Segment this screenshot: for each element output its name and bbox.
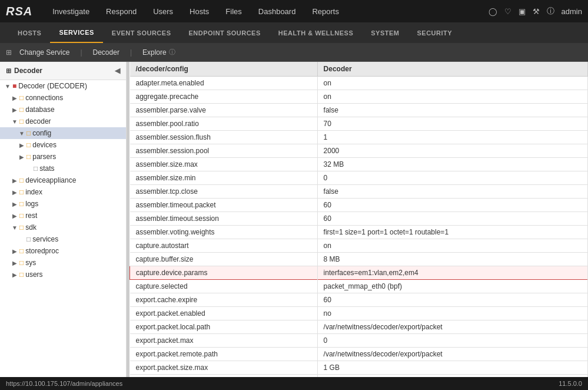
change-service-button[interactable]: Change Service: [15, 47, 74, 58]
table-row[interactable]: capture.autostarton: [130, 239, 588, 253]
folder-icon-sdk: □: [19, 223, 24, 232]
table-row[interactable]: capture.buffer.size8 MB: [130, 253, 588, 266]
tree-index[interactable]: ▶ □ index: [0, 186, 126, 198]
nav-reports[interactable]: Reports: [304, 0, 347, 22]
tree-devices[interactable]: ▶ □ devices: [0, 139, 126, 151]
table-row[interactable]: assembler.session.pool2000: [130, 144, 588, 158]
table-row[interactable]: capture.selectedpacket_mmap_eth0 (bpf): [130, 280, 588, 293]
file-icon-stats: □: [34, 164, 38, 173]
table-row[interactable]: export.packet.size.max1 GB: [130, 361, 588, 375]
table-row[interactable]: assembler.timeout.session60: [130, 212, 588, 226]
table-row[interactable]: assembler.timeout.packet60: [130, 199, 588, 212]
nav-users[interactable]: Users: [145, 0, 181, 22]
tree-label: users: [25, 270, 42, 279]
table-cell-value: /var/netwitness/decoder/export/packet: [317, 320, 587, 334]
table-cell-value: 8 MB: [317, 253, 587, 266]
tree-decoder-root[interactable]: ▼ ■ Decoder (DECODER): [0, 80, 126, 92]
tree-storedproc[interactable]: ▶ □ storedproc: [0, 245, 126, 257]
table-row[interactable]: export.packet.local.path/var/netwitness/…: [130, 320, 588, 334]
subnav-endpoint-sources[interactable]: ENDPOINT SOURCES: [180, 22, 269, 43]
sidebar: ⊞ Decoder ◀ ▼ ■ Decoder (DECODER) ▶ □ co…: [0, 62, 127, 377]
clock-icon[interactable]: ◯: [489, 7, 497, 16]
table-row[interactable]: capture.device.paramsinterfaces=em1:vlan…: [130, 266, 588, 280]
table-row[interactable]: adapter.meta.enabledon: [130, 77, 588, 90]
nav-investigate[interactable]: Investigate: [44, 0, 98, 22]
tools-icon[interactable]: ⚒: [533, 7, 540, 16]
expand-sdk: ▼: [12, 224, 18, 231]
expand-storedproc: ▶: [12, 248, 18, 255]
top-nav-right: ◯ ♡ ▣ ⚒ ⓘ admin: [489, 6, 582, 16]
table-cell-key: export.packet.size.max: [130, 361, 318, 375]
table-row[interactable]: assembler.size.max32 MB: [130, 158, 588, 171]
subnav-event-sources[interactable]: EVENT SOURCES: [103, 22, 180, 43]
subnav-health-wellness[interactable]: HEALTH & WELLNESS: [270, 22, 362, 43]
tree-parsers[interactable]: ▶ □ parsers: [0, 151, 126, 163]
nav-hosts[interactable]: Hosts: [181, 0, 217, 22]
nav-dashboard[interactable]: Dashboard: [250, 0, 304, 22]
table-row[interactable]: assembler.pool.ratio70: [130, 117, 588, 131]
folder-icon-devices: □: [26, 141, 31, 149]
bell-icon[interactable]: ♡: [504, 7, 511, 16]
subnav-hosts[interactable]: HOSTS: [9, 22, 50, 43]
table-row[interactable]: assembler.tcp.closefalse: [130, 185, 588, 199]
tree-label: sdk: [25, 223, 36, 232]
tree-label: decoder: [25, 117, 51, 125]
table-cell-key: capture.selected: [130, 280, 318, 293]
tree-connections[interactable]: ▶ □ connections: [0, 92, 126, 104]
tree-deviceappliance[interactable]: ▶ □ deviceappliance: [0, 174, 126, 186]
tree-services[interactable]: □ services: [0, 233, 126, 245]
admin-menu[interactable]: admin: [562, 7, 582, 16]
tree-logs[interactable]: ▶ □ logs: [0, 198, 126, 210]
sidebar-grid-icon: ⊞: [6, 67, 11, 75]
table-row[interactable]: aggregate.precacheon: [130, 90, 588, 104]
table-row[interactable]: assembler.parse.valvefalse: [130, 104, 588, 117]
tree-config[interactable]: ▼ □ config: [0, 127, 126, 139]
tree-label: deviceappliance: [25, 176, 76, 184]
table-cell-value: 60: [317, 293, 587, 307]
subnav-security[interactable]: SECURITY: [408, 22, 461, 43]
tree-users[interactable]: ▶ □ users: [0, 269, 126, 280]
explore-button[interactable]: Explore ⓘ: [138, 46, 180, 58]
tree-rest[interactable]: ▶ □ rest: [0, 210, 126, 222]
table-cell-value: 32 MB: [317, 158, 587, 171]
expand-index: ▶: [12, 189, 18, 196]
tree-decoder[interactable]: ▼ □ decoder: [0, 115, 126, 127]
config-table: /decoder/config Decoder adapter.meta.ena…: [129, 62, 588, 377]
table-row[interactable]: export.cache.expire60: [130, 293, 588, 307]
monitor-icon[interactable]: ▣: [519, 7, 526, 16]
table-row[interactable]: assembler.voting.weightsfirst=1 size=1 p…: [130, 226, 588, 239]
content-scroll[interactable]: /decoder/config Decoder adapter.meta.ena…: [129, 62, 588, 377]
table-cell-key: assembler.voting.weights: [130, 226, 318, 239]
table-row[interactable]: export.packet.max0: [130, 334, 588, 348]
table-row[interactable]: export.packet.enabledno: [130, 307, 588, 320]
folder-icon-storedproc: □: [19, 247, 24, 255]
decoder-button[interactable]: Decoder: [88, 47, 124, 58]
table-row[interactable]: assembler.size.min0: [130, 171, 588, 185]
expand-database: ▶: [12, 107, 18, 113]
table-cell-key: assembler.parse.valve: [130, 104, 318, 117]
table-cell-key: export.packet.local.path: [130, 320, 318, 334]
table-row[interactable]: assembler.session.flush1: [130, 131, 588, 144]
subnav-services[interactable]: SERVICES: [50, 22, 102, 43]
sidebar-collapse-icon[interactable]: ◀: [115, 67, 120, 75]
table-cell-key: export.cache.expire: [130, 293, 318, 307]
toolbar: ⊞ Change Service | Decoder | Explore ⓘ: [0, 43, 588, 62]
tree-stats[interactable]: □ stats: [0, 163, 126, 174]
tree-sdk[interactable]: ▼ □ sdk: [0, 222, 126, 233]
nav-files[interactable]: Files: [217, 0, 250, 22]
table-row[interactable]: export.packet.remote.path/var/netwitness…: [130, 348, 588, 361]
status-url: https://10.100.175.107/admin/appliances: [6, 380, 122, 387]
help-icon[interactable]: ⓘ: [547, 6, 554, 16]
table-row[interactable]: export.session.enabledno: [130, 375, 588, 378]
folder-icon-index: □: [19, 188, 24, 196]
table-cell-value: interfaces=em1:vlan,em2,em4: [317, 266, 587, 280]
folder-icon-rest: □: [19, 211, 24, 220]
tree-sys[interactable]: ▶ □ sys: [0, 257, 126, 269]
nav-respond[interactable]: Respond: [98, 0, 145, 22]
table-cell-value: 2000: [317, 144, 587, 158]
table-cell-value: 0: [317, 334, 587, 348]
tree-database[interactable]: ▶ □ database: [0, 104, 126, 115]
tree-label: rest: [25, 211, 37, 220]
subnav-system[interactable]: SYSTEM: [362, 22, 408, 43]
table-cell-key: export.session.enabled: [130, 375, 318, 378]
